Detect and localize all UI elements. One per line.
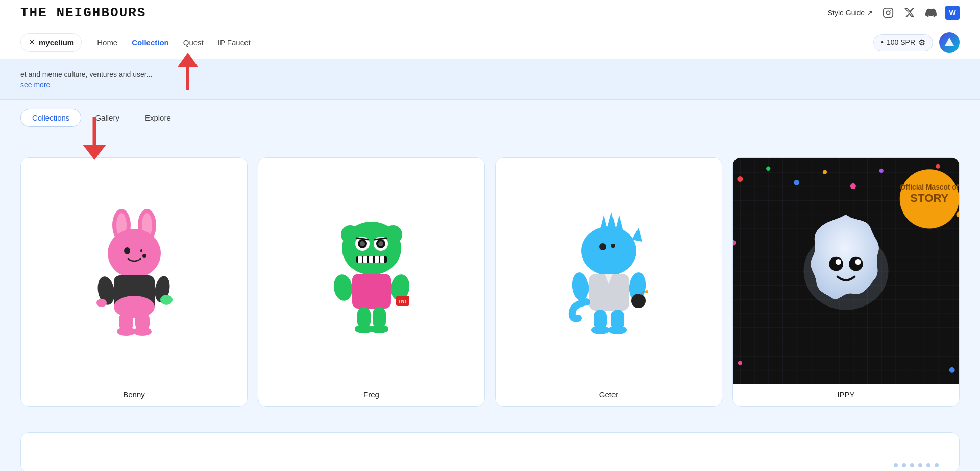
tabs-section: Collections Gallery Explore <box>0 100 980 127</box>
bottom-section <box>20 432 960 471</box>
svg-point-67 <box>608 326 627 334</box>
svg-point-63 <box>645 290 648 293</box>
svg-point-70 <box>737 176 743 182</box>
world-icon[interactable]: W <box>945 6 960 20</box>
hero-section: et and meme culture, ventures and user..… <box>0 59 980 100</box>
svg-marker-7 <box>83 145 106 160</box>
geter-illustration <box>558 205 660 338</box>
card-label-ippy: IPPY <box>733 384 959 406</box>
svg-point-60 <box>571 271 590 301</box>
logo-star-icon: ✳ <box>28 37 36 48</box>
card-label-geter: Geter <box>496 384 722 406</box>
freg-illustration: TNT <box>321 205 423 338</box>
spr-amount: 100 SPR <box>887 38 915 46</box>
svg-point-71 <box>766 167 770 171</box>
svg-text:Official Mascot of: Official Mascot of <box>900 183 959 191</box>
card-image-freg: TNT <box>258 158 484 384</box>
svg-point-15 <box>142 254 146 258</box>
dot-2 <box>902 463 906 467</box>
svg-point-2 <box>890 10 891 11</box>
svg-point-49 <box>370 325 388 333</box>
nav-bar: ✳ mycelium Home Collection Quest IP Fauc… <box>0 26 980 59</box>
nav-quest[interactable]: Quest <box>183 38 204 47</box>
svg-point-42 <box>332 273 354 302</box>
tab-explore[interactable]: Explore <box>133 109 183 127</box>
collection-section: Benny <box>0 127 980 422</box>
svg-rect-41 <box>352 274 391 309</box>
svg-point-56 <box>611 244 615 248</box>
card-image-ippy: Official Mascot of STORY <box>733 158 959 384</box>
svg-point-90 <box>829 257 843 271</box>
user-avatar[interactable] <box>939 32 960 53</box>
collection-card-geter[interactable]: Geter <box>495 157 722 407</box>
see-more-link[interactable]: see more <box>20 81 50 89</box>
svg-point-77 <box>936 164 940 168</box>
svg-point-33 <box>360 241 365 246</box>
spr-badge: • 100 SPR ⚙ <box>873 34 933 51</box>
svg-marker-5 <box>945 38 954 46</box>
card-image-geter <box>496 158 722 384</box>
svg-point-93 <box>855 259 861 265</box>
dot-separator: • <box>881 38 884 46</box>
svg-rect-0 <box>884 8 893 17</box>
svg-rect-36 <box>358 256 362 263</box>
top-bar: THE NEIGHBOURS Style Guide ↗ <box>0 0 980 26</box>
svg-text:TNT: TNT <box>398 299 407 304</box>
svg-point-25 <box>133 327 152 336</box>
nav-links: Home Collection Quest IP Faucet <box>97 38 251 47</box>
svg-point-73 <box>823 170 827 174</box>
card-label-freg: Freg <box>258 384 484 406</box>
svg-point-87 <box>738 361 742 365</box>
collection-grid: Benny <box>20 157 960 407</box>
svg-marker-4 <box>178 53 198 67</box>
svg-point-53 <box>581 226 636 275</box>
style-guide-label: Style Guide ↗ <box>828 9 873 17</box>
dot-5 <box>926 463 930 467</box>
svg-marker-57 <box>632 228 642 242</box>
svg-point-20 <box>114 296 155 318</box>
arrow-down-indicator <box>77 115 112 163</box>
svg-point-62 <box>631 294 646 308</box>
svg-point-13 <box>124 247 130 254</box>
tabs-row: Collections Gallery Explore <box>20 109 960 127</box>
style-guide-link[interactable]: Style Guide ↗ <box>828 9 873 17</box>
svg-point-66 <box>591 326 609 334</box>
svg-rect-40 <box>380 256 384 263</box>
svg-rect-39 <box>375 256 379 263</box>
svg-point-23 <box>96 299 107 307</box>
hero-text: et and meme culture, ventures and user..… <box>20 69 960 90</box>
site-title: THE NEIGHBOURS <box>20 5 146 20</box>
svg-point-12 <box>108 229 161 278</box>
dot-4 <box>918 463 922 467</box>
arrow-up-indicator <box>173 52 203 95</box>
logo-area[interactable]: ✳ mycelium <box>20 33 82 52</box>
ippy-background: Official Mascot of STORY <box>733 158 959 384</box>
svg-point-74 <box>850 183 856 189</box>
collection-card-freg[interactable]: TNT Freg <box>258 157 485 407</box>
discord-icon[interactable] <box>924 6 938 20</box>
x-twitter-icon[interactable] <box>902 6 917 20</box>
logo-text: mycelium <box>39 38 74 47</box>
svg-point-75 <box>879 169 884 173</box>
collection-card-benny[interactable]: Benny <box>20 157 248 407</box>
svg-point-91 <box>849 257 863 271</box>
svg-point-34 <box>378 241 383 246</box>
collection-card-ippy[interactable]: Official Mascot of STORY IPPY <box>732 157 960 407</box>
dot-6 <box>935 463 939 467</box>
benny-illustration <box>83 205 185 338</box>
svg-point-14 <box>140 249 142 252</box>
nav-ip-faucet[interactable]: IP Faucet <box>218 38 251 47</box>
dot-1 <box>894 463 898 467</box>
svg-point-92 <box>836 259 841 265</box>
bottom-dots <box>894 463 939 467</box>
social-icons: W <box>881 6 960 20</box>
svg-point-19 <box>160 295 173 305</box>
card-image-benny <box>21 158 247 384</box>
svg-text:STORY: STORY <box>910 192 948 204</box>
svg-point-1 <box>886 11 890 14</box>
instagram-icon[interactable] <box>881 6 895 20</box>
nav-home[interactable]: Home <box>97 38 117 47</box>
tab-collections[interactable]: Collections <box>20 109 81 127</box>
svg-point-72 <box>794 180 799 185</box>
nav-collection[interactable]: Collection <box>132 38 169 47</box>
